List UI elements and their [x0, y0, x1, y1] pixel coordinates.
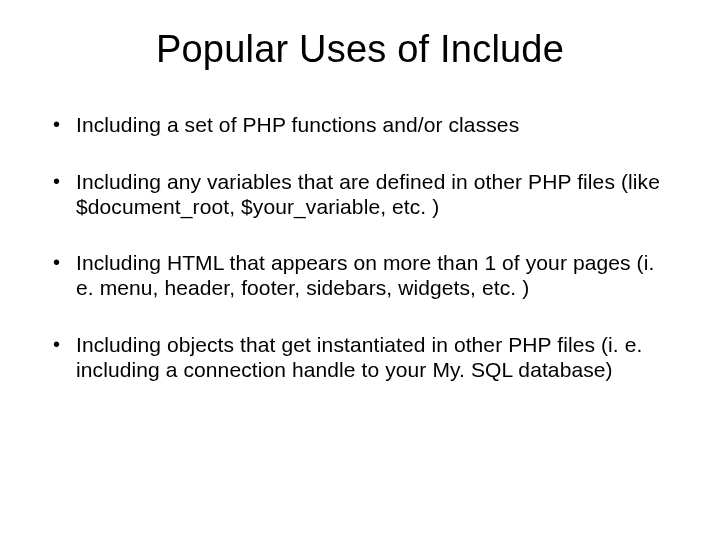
bullet-item: Including HTML that appears on more than…	[50, 251, 670, 301]
bullet-item: Including a set of PHP functions and/or …	[50, 113, 670, 138]
bullet-item: Including any variables that are defined…	[50, 170, 670, 220]
bullet-list: Including a set of PHP functions and/or …	[50, 113, 670, 382]
bullet-item: Including objects that get instantiated …	[50, 333, 670, 383]
slide-title: Popular Uses of Include	[50, 28, 670, 71]
